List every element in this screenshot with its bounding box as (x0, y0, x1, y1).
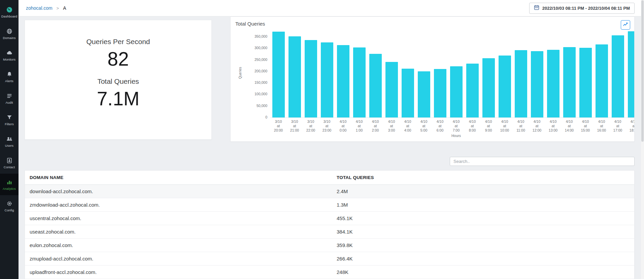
bar[interactable] (272, 32, 285, 117)
table-body: download-accl.zohocal.com.2.4Mzmdownload… (25, 185, 634, 279)
bar[interactable] (596, 44, 608, 117)
bar-slot (270, 32, 286, 117)
sidebar: DashboardDomainsMonitorsAlertsAuditFilte… (0, 0, 19, 279)
breadcrumb: zohocal.com > A (26, 5, 66, 11)
table-row[interactable]: eulon.zohocal.com.359.8K (25, 239, 634, 252)
sidebar-item-analytics[interactable]: Analytics (0, 174, 19, 195)
bar[interactable] (499, 56, 511, 117)
bar[interactable] (450, 66, 463, 117)
bar[interactable] (579, 48, 592, 117)
bar-slot (335, 45, 351, 117)
column-header-total-queries[interactable]: TOTAL QUERIES (337, 171, 634, 185)
top-row: Queries Per Second 82 Total Queries 7.1M… (25, 16, 635, 142)
y-tick-label: 100,000 (255, 92, 267, 96)
bar[interactable] (531, 51, 543, 117)
sidebar-item-users[interactable]: Users (0, 131, 19, 152)
sidebar-item-contact[interactable]: Contact (0, 152, 19, 174)
date-range-picker[interactable]: 2022/10/03 08:11 PM - 2022/10/04 08:11 P… (529, 3, 635, 14)
table-row[interactable]: uploadfront-accl.zohocal.com.248K (25, 266, 634, 279)
total-queries-chart-card: Total Queries Queries 050,000100,000150,… (230, 16, 635, 142)
table-row[interactable]: useast.zohocal.com.384.1K (25, 225, 634, 239)
x-tick-label: 3/10at21:00 (286, 119, 303, 133)
sidebar-item-dashboard[interactable]: Dashboard (0, 1, 19, 23)
bar[interactable] (353, 47, 366, 117)
total-queries-cell: 455.1K (337, 212, 634, 225)
bar[interactable] (321, 42, 333, 117)
sidebar-item-audit[interactable]: Audit (0, 88, 19, 109)
table-row[interactable]: zmdownload-accl.zohocal.com.1.3M (25, 198, 634, 212)
x-tick-label: 4/10at10:00 (497, 119, 513, 133)
bar[interactable] (547, 50, 560, 117)
total-queries-cell: 359.8K (337, 239, 634, 252)
bar[interactable] (385, 62, 398, 117)
sidebar-item-alerts[interactable]: Alerts (0, 66, 19, 88)
bar-slot (594, 44, 610, 117)
bar[interactable] (434, 69, 446, 117)
chart-title: Total Queries (235, 21, 630, 27)
x-tick-label: 4/10at11:00 (513, 119, 529, 133)
search-input[interactable] (450, 157, 635, 166)
bar-slot (577, 48, 594, 117)
x-axis-labels: 3/10at20:003/10at21:003/10at22:003/10at2… (270, 119, 634, 133)
contact-card-icon (6, 157, 12, 164)
bar-slot (626, 31, 634, 117)
bar[interactable] (305, 40, 317, 117)
x-tick-label: 4/10at16:00 (594, 119, 610, 133)
column-header-domain-name[interactable]: DOMAIN NAME (25, 171, 337, 185)
globe-icon (6, 28, 12, 35)
x-tick-label: 4/10at3:00 (383, 119, 400, 133)
domain-name-cell: download-accl.zohocal.com. (25, 185, 337, 198)
breadcrumb-separator: > (57, 6, 59, 11)
breadcrumb-record-type: A (63, 5, 66, 11)
domains-table: DOMAIN NAME TOTAL QUERIES download-accl.… (25, 171, 634, 279)
filter-funnel-icon (6, 114, 12, 121)
bar[interactable] (515, 50, 527, 117)
sidebar-item-config[interactable]: Config (0, 195, 19, 217)
x-tick-label: 4/10at15:00 (577, 119, 594, 133)
qps-card: Queries Per Second 82 Total Queries 7.1M (25, 20, 212, 140)
bar[interactable] (289, 36, 301, 117)
x-tick-label: 4/10at7:00 (448, 119, 464, 133)
bar[interactable] (482, 58, 495, 117)
domain-name-cell: uscentral.zohocal.com. (25, 212, 337, 225)
x-tick-label: 4/10at8:00 (464, 119, 480, 133)
qps-value: 82 (25, 48, 211, 70)
search-row (25, 157, 635, 166)
sidebar-item-filters[interactable]: Filters (0, 109, 19, 131)
total-queries-cell: 384.1K (337, 225, 634, 239)
bar-slot (545, 50, 561, 117)
y-tick-label: 250,000 (255, 58, 267, 62)
table-row[interactable]: zmupload-accl.zohocal.com.266.4K (25, 252, 634, 266)
y-axis-title: Queries (238, 63, 242, 83)
bar[interactable] (402, 69, 414, 117)
bar[interactable] (563, 47, 576, 117)
bar-slot (286, 36, 303, 117)
bell-icon (6, 71, 12, 78)
scrollbar-thumb[interactable] (641, 0, 644, 142)
bar[interactable] (466, 64, 479, 117)
chart-type-toggle-button[interactable] (621, 20, 630, 30)
total-queries-cell: 248K (337, 266, 634, 279)
sidebar-item-label: Audit (5, 101, 13, 104)
table-row[interactable]: download-accl.zohocal.com.2.4M (25, 185, 634, 198)
bar-slot (367, 54, 383, 117)
total-queries-cell: 266.4K (337, 252, 634, 266)
bars (270, 31, 634, 117)
breadcrumb-domain-link[interactable]: zohocal.com (26, 5, 53, 11)
bar-slot (432, 69, 448, 117)
bar[interactable] (337, 45, 349, 117)
bar[interactable] (628, 31, 635, 117)
table-header-row: DOMAIN NAME TOTAL QUERIES (25, 171, 634, 185)
users-icon (6, 136, 13, 142)
x-tick-label: 4/10at14:00 (561, 119, 577, 133)
sidebar-item-domains[interactable]: Domains (0, 23, 19, 44)
bar[interactable] (418, 71, 430, 117)
y-tick-label: 350,000 (255, 34, 267, 38)
vertical-scrollbar[interactable] (641, 0, 644, 279)
bar[interactable] (612, 35, 624, 117)
domain-name-cell: eulon.zohocal.com. (25, 239, 337, 252)
sidebar-item-label: Users (5, 144, 13, 147)
sidebar-item-monitors[interactable]: Monitors (0, 44, 19, 66)
bar[interactable] (369, 54, 382, 117)
table-row[interactable]: uscentral.zohocal.com.455.1K (25, 212, 634, 225)
